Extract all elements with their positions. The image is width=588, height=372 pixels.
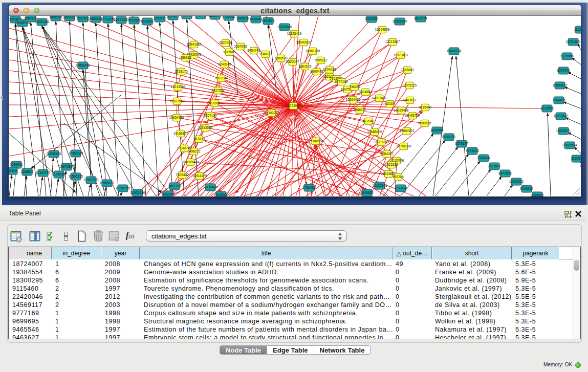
svg-text:2718170: 2718170 [175, 70, 188, 73]
svg-text:9242848: 9242848 [218, 62, 231, 66]
svg-text:1806587: 1806587 [49, 16, 62, 19]
svg-text:9227343: 9227343 [557, 69, 570, 72]
svg-text:1163822: 1163822 [262, 19, 275, 23]
svg-text:1156829: 1156829 [21, 170, 34, 173]
svg-text:12213967: 12213967 [385, 40, 400, 43]
svg-text:62160: 62160 [385, 102, 395, 105]
svg-text:9463627: 9463627 [403, 98, 417, 102]
svg-text:19166827: 19166827 [173, 132, 188, 135]
svg-text:7632621: 7632621 [488, 164, 501, 168]
svg-text:9862120: 9862120 [24, 16, 37, 20]
svg-text:10807487: 10807487 [372, 96, 387, 100]
svg-text:887833: 887833 [193, 137, 205, 141]
svg-text:17359924: 17359924 [69, 151, 83, 155]
svg-text:8427552: 8427552 [211, 89, 225, 92]
svg-text:1736465: 1736465 [302, 186, 316, 189]
svg-text:10958107: 10958107 [100, 181, 115, 185]
svg-text:3875685: 3875685 [223, 50, 236, 54]
svg-text:20364436: 20364436 [346, 98, 361, 101]
svg-text:10654112: 10654112 [509, 180, 524, 183]
svg-text:19975867: 19975867 [59, 165, 74, 168]
svg-text:9245652: 9245652 [360, 191, 374, 194]
svg-text:20053346: 20053346 [76, 63, 91, 67]
svg-text:11325419: 11325419 [287, 32, 302, 35]
svg-text:17046768: 17046768 [177, 146, 192, 150]
svg-text:15751074: 15751074 [566, 40, 581, 43]
svg-text:16210643: 16210643 [554, 114, 569, 118]
svg-text:3215953: 3215953 [540, 106, 554, 110]
svg-text:9605677: 9605677 [166, 16, 180, 18]
svg-text:1065432: 1065432 [531, 193, 544, 196]
svg-text:7625402: 7625402 [176, 173, 189, 177]
svg-text:7514452: 7514452 [194, 16, 207, 17]
svg-text:10543362: 10543362 [187, 42, 202, 46]
svg-text:20091406: 20091406 [35, 20, 50, 24]
svg-text:19384554: 19384554 [309, 139, 323, 143]
svg-text:5322037: 5322037 [286, 60, 299, 63]
svg-text:1588520: 1588520 [274, 56, 288, 60]
svg-text:746266: 746266 [349, 85, 360, 89]
svg-text:1615132: 1615132 [385, 163, 398, 166]
svg-text:1362615: 1362615 [298, 64, 312, 68]
svg-text:2803144: 2803144 [214, 76, 228, 80]
svg-text:12975115: 12975115 [402, 83, 417, 87]
svg-text:1089808: 1089808 [236, 16, 249, 20]
svg-text:9146821: 9146821 [259, 52, 272, 56]
svg-text:6679197: 6679197 [455, 142, 468, 145]
svg-text:8813054: 8813054 [414, 16, 427, 20]
svg-text:1203177: 1203177 [153, 16, 166, 20]
svg-text:116753: 116753 [571, 157, 581, 160]
svg-text:10025458: 10025458 [394, 108, 409, 112]
svg-text:12213369: 12213369 [171, 85, 186, 89]
svg-text:1145194: 1145194 [53, 172, 66, 176]
svg-text:16648764: 16648764 [447, 49, 462, 53]
svg-text:252254: 252254 [393, 175, 404, 179]
svg-text:3267130: 3267130 [204, 114, 217, 117]
svg-text:7485063: 7485063 [401, 68, 414, 72]
svg-text:10756928: 10756928 [397, 144, 411, 148]
svg-text:10653267: 10653267 [62, 16, 77, 19]
svg-text:16961758: 16961758 [306, 49, 320, 53]
svg-text:8454749: 8454749 [247, 49, 260, 52]
svg-text:9720761: 9720761 [222, 16, 235, 18]
svg-text:10973493: 10973493 [394, 53, 408, 57]
svg-text:3624554: 3624554 [359, 90, 372, 94]
svg-text:2935114: 2935114 [477, 156, 490, 160]
svg-text:18640910: 18640910 [296, 40, 311, 44]
svg-text:9115460: 9115460 [419, 105, 432, 109]
svg-text:18724007: 18724007 [286, 104, 301, 107]
svg-text:2087682: 2087682 [365, 17, 378, 20]
svg-text:16782759: 16782759 [116, 186, 130, 190]
svg-text:17016504: 17016504 [562, 143, 577, 147]
svg-text:12923446: 12923446 [130, 191, 145, 194]
svg-text:5498222: 5498222 [187, 149, 201, 153]
svg-text:12342757: 12342757 [36, 171, 51, 174]
svg-text:8990448: 8990448 [310, 70, 323, 73]
svg-text:7639841: 7639841 [249, 17, 263, 21]
svg-text:18807249: 18807249 [374, 140, 389, 144]
svg-text:9329966: 9329966 [560, 54, 574, 58]
svg-text:1092450: 1092450 [161, 192, 175, 196]
svg-text:9457791: 9457791 [168, 184, 181, 188]
svg-text:114099489: 114099489 [182, 160, 199, 164]
svg-text:15692971: 15692971 [556, 129, 571, 133]
svg-text:8319301: 8319301 [141, 19, 154, 23]
svg-text:1652470: 1652470 [208, 16, 222, 17]
svg-text:1244415: 1244415 [552, 98, 565, 102]
svg-text:417006: 417006 [209, 101, 220, 105]
svg-text:7986372: 7986372 [353, 108, 366, 112]
svg-text:9084067: 9084067 [380, 152, 394, 156]
svg-text:18914479: 18914479 [192, 174, 207, 178]
svg-text:8471626: 8471626 [498, 171, 512, 175]
svg-text:19218506: 19218506 [277, 25, 292, 29]
svg-text:11353594: 11353594 [198, 126, 213, 129]
svg-text:1640954: 1640954 [430, 128, 444, 132]
svg-text:23302033: 23302033 [265, 111, 279, 115]
svg-text:1733426: 1733426 [394, 186, 407, 190]
svg-text:1785061: 1785061 [10, 163, 23, 166]
svg-text:16154808: 16154808 [375, 28, 390, 31]
svg-text:19654923: 19654923 [400, 129, 415, 133]
svg-text:989615: 989615 [180, 56, 191, 59]
svg-text:1098431: 1098431 [180, 16, 193, 17]
svg-text:8938923: 8938923 [442, 135, 455, 139]
